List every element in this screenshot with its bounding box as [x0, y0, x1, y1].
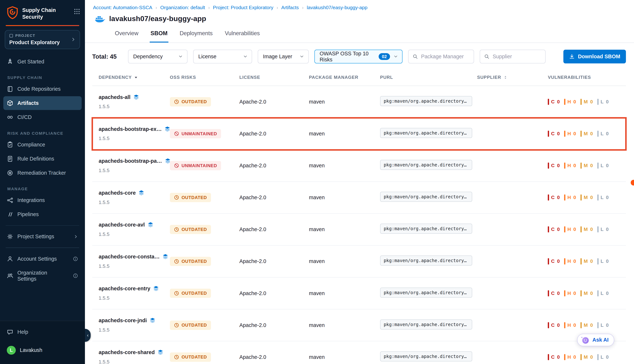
license-value: Apache-2.0: [239, 162, 309, 168]
purl-value[interactable]: pkg:maven/org.apache.directory.s…: [380, 351, 472, 362]
breadcrumb-artifacts-link[interactable]: Artifacts: [281, 5, 299, 10]
download-sbom-button[interactable]: Download SBOM: [563, 50, 626, 64]
tab-overview[interactable]: Overview: [114, 28, 139, 42]
dependency-name[interactable]: apacheds-core-avl: [99, 222, 145, 228]
purl-value[interactable]: pkg:maven/org.apache.directory.s…: [380, 192, 472, 202]
sidebar-item-label: Organization Settings: [18, 270, 65, 282]
sidebar-item-code-repositories[interactable]: Code Repositories: [3, 82, 82, 96]
oss-risk-label: OUTDATED: [182, 227, 207, 232]
purl-value[interactable]: pkg:maven/org.apache.directory.s…: [380, 256, 472, 266]
low-count: L0: [597, 131, 609, 137]
dependency-name[interactable]: apacheds-bootstrap-ex…: [99, 126, 162, 132]
breadcrumb-account-link[interactable]: Account: Automation-SSCA: [93, 5, 152, 10]
supplier-search-input[interactable]: [493, 54, 541, 60]
purl-value[interactable]: pkg:maven/org.apache.directory.s…: [380, 320, 472, 330]
sort-both-icon: [503, 75, 508, 80]
chevron-down-icon: [243, 54, 248, 59]
sidebar-item-help[interactable]: Help: [3, 325, 82, 339]
dependency-filter-dropdown[interactable]: Dependency: [128, 50, 187, 64]
sidebar-item-artifacts[interactable]: Artifacts: [3, 96, 82, 110]
sidebar-item-compliance[interactable]: Compliance: [3, 138, 82, 152]
page-title: lavakush07/easy-buggy-app: [109, 14, 206, 23]
dependency-version: 1.5.5: [99, 136, 170, 141]
table-row[interactable]: apacheds-core-shared 1.5.5 OUTDATED Apac…: [92, 341, 626, 364]
supplier-search[interactable]: [480, 50, 546, 64]
vulnerability-counts: C0 H0 M0 L0: [548, 194, 626, 200]
low-count: L0: [597, 99, 609, 105]
tab-sbom[interactable]: SBOM: [150, 28, 168, 42]
sidebar-item-label: Rule Definitions: [18, 156, 54, 162]
package-manager-value: maven: [309, 194, 380, 200]
column-header-vulnerabilities: VULNERABILITIES: [548, 75, 626, 80]
package-manager-value: maven: [309, 131, 380, 137]
sidebar-item-label: CI/CD: [18, 114, 32, 120]
license-filter-dropdown[interactable]: License: [193, 50, 252, 64]
project-icon: [9, 34, 13, 38]
table-row[interactable]: apacheds-core-jndi 1.5.5 OUTDATED Apache…: [92, 310, 626, 341]
dependency-name[interactable]: apacheds-core-consta…: [99, 254, 160, 260]
info-icon[interactable]: [73, 273, 78, 278]
package-manager-search-input[interactable]: [421, 54, 470, 60]
table-row[interactable]: apacheds-core-avl 1.5.5 OUTDATED Apache-…: [92, 214, 626, 246]
breadcrumb-project-link[interactable]: Project: Product Exploratory: [213, 5, 273, 10]
high-count: H0: [564, 290, 576, 296]
table-row[interactable]: apacheds-all 1.5.5 OUTDATED Apache-2.0: [92, 86, 626, 118]
breadcrumb-current[interactable]: lavakush07/easy-buggy-app: [307, 5, 368, 10]
sidebar-item-cicd[interactable]: CI/CD: [3, 110, 82, 124]
purl-value[interactable]: pkg:maven/org.apache.directory.s…: [380, 224, 472, 234]
dependency-name[interactable]: apacheds-core-shared: [99, 349, 155, 356]
ask-ai-button[interactable]: Ask AI: [577, 334, 614, 346]
high-count: H0: [564, 322, 576, 328]
user-menu[interactable]: L Lavakush: [3, 342, 82, 358]
chevron-down-icon: [299, 54, 304, 59]
column-header-dependency[interactable]: DEPENDENCY: [99, 75, 170, 80]
app-title: Supply Chain Security: [22, 6, 70, 20]
tab-deployments[interactable]: Deployments: [179, 28, 213, 42]
table-row[interactable]: apacheds-bootstrap-ex… 1.5.5 UNMAINTAINE…: [92, 118, 626, 150]
sidebar-item-remediation-tracker[interactable]: Remediation Tracker: [3, 166, 82, 180]
package-manager-value: maven: [309, 258, 380, 264]
sidebar-item-get-started[interactable]: Get Started: [3, 55, 82, 68]
image-layer-filter-dropdown[interactable]: Image Layer: [258, 50, 309, 64]
sidebar-item-organization-settings[interactable]: Organization Settings: [3, 266, 82, 286]
high-count: H0: [564, 354, 576, 360]
sidebar-item-integrations[interactable]: Integrations: [3, 193, 82, 207]
vulnerability-counts: C0 H0 M0 L0: [548, 162, 626, 168]
clock-icon: [174, 322, 179, 328]
sidebar: Supply Chain Security PROJECT Product Ex…: [0, 0, 85, 364]
clock-icon: [174, 259, 179, 264]
breadcrumb-organization-link[interactable]: Organization: default: [160, 5, 205, 10]
package-manager-search[interactable]: [408, 50, 474, 64]
dependency-version: 1.5.5: [99, 264, 170, 269]
table-row[interactable]: apacheds-core-consta… 1.5.5 OUTDATED Apa…: [92, 246, 626, 278]
sidebar-item-project-settings[interactable]: Project Settings: [3, 230, 82, 244]
tab-vulnerabilities[interactable]: Vulnerabilities: [224, 28, 261, 42]
module-switcher-icon[interactable]: [74, 6, 80, 14]
dependency-name[interactable]: apacheds-core-entry: [99, 286, 150, 292]
license-value: Apache-2.0: [239, 99, 309, 105]
info-icon[interactable]: [73, 256, 78, 262]
clipboard-check-icon: [7, 141, 13, 148]
sidebar-item-pipelines[interactable]: Pipelines: [3, 208, 82, 221]
table-row[interactable]: apacheds-bootstrap-pa… 1.5.5 UNMAINTAINE…: [92, 150, 626, 182]
table-row[interactable]: apacheds-core 1.5.5 OUTDATED Apache-2.0: [92, 182, 626, 214]
license-value: Apache-2.0: [239, 226, 309, 232]
oss-risk-badge: UNMAINTAINED: [170, 161, 221, 170]
pipelines-icon: [7, 211, 13, 218]
purl-value[interactable]: pkg:maven/org.apache.directory.s…: [380, 96, 472, 106]
dependency-name[interactable]: apacheds-core-jndi: [99, 318, 147, 324]
dependency-name[interactable]: apacheds-all: [99, 94, 131, 100]
dependency-name[interactable]: apacheds-bootstrap-pa…: [99, 158, 162, 164]
sidebar-item-rule-definitions[interactable]: Rule Definitions: [3, 152, 82, 166]
sidebar-item-account-settings[interactable]: Account Settings: [3, 252, 82, 266]
critical-count: C0: [548, 354, 560, 360]
owasp-risks-filter-dropdown[interactable]: OWASP OSS Top 10 Risks 02: [314, 50, 403, 64]
column-header-supplier[interactable]: SUPPLIER: [477, 75, 548, 80]
dependency-name[interactable]: apacheds-core: [99, 190, 136, 196]
purl-value[interactable]: pkg:maven/org.apache.directory.s…: [380, 128, 472, 138]
table-row[interactable]: apacheds-core-entry 1.5.5 OUTDATED Apach…: [92, 278, 626, 310]
purl-value[interactable]: pkg:maven/org.apache.directory.s…: [380, 160, 472, 170]
purl-value[interactable]: pkg:maven/org.apache.directory.s…: [380, 288, 472, 298]
package-manager-value: maven: [309, 162, 380, 168]
project-selector[interactable]: PROJECT Product Exploratory: [5, 30, 80, 49]
